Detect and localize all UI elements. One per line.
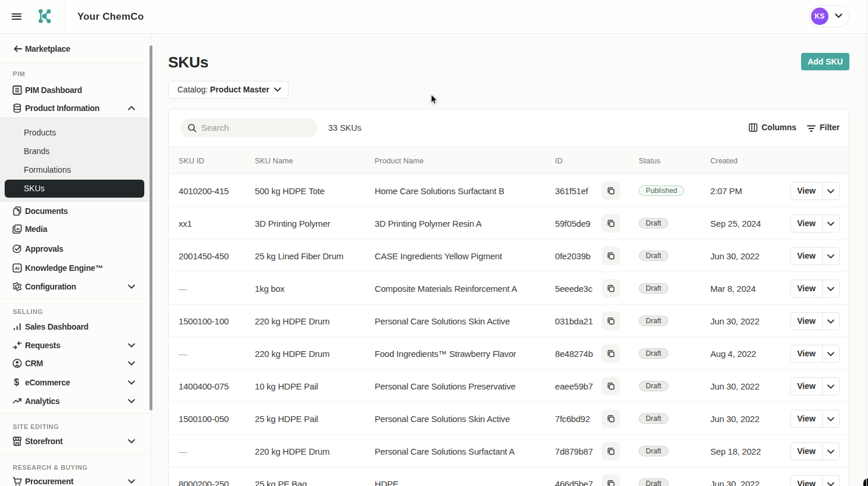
svg-text:AI: AI (15, 266, 20, 271)
